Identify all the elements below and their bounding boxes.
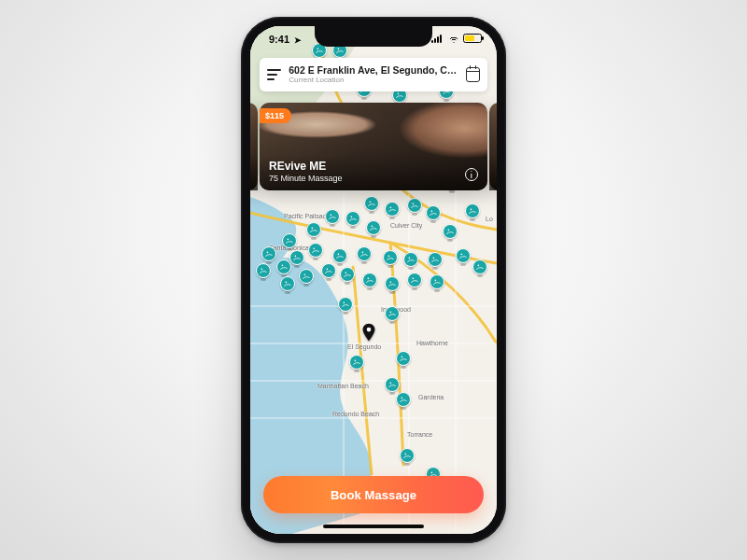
svg-point-34 [314, 248, 316, 250]
svg-point-50 [355, 360, 357, 362]
map-pin[interactable] [289, 250, 304, 265]
map-pin[interactable] [396, 351, 411, 366]
price-badge: $115 [260, 108, 291, 123]
map-pin[interactable] [407, 198, 422, 213]
svg-point-22 [390, 207, 392, 209]
map-pin[interactable] [280, 276, 295, 291]
map-pin[interactable] [385, 306, 400, 321]
calendar-icon[interactable] [466, 67, 480, 82]
map-pin[interactable] [400, 448, 415, 463]
svg-point-18 [448, 230, 450, 231]
map-pin[interactable] [261, 246, 276, 261]
location-bar[interactable]: 602 E Franklin Ave, El Segundo, CA,… Cur… [260, 58, 487, 91]
map-pin[interactable] [383, 250, 398, 265]
svg-point-47 [435, 280, 437, 282]
map-pin[interactable] [456, 248, 471, 263]
status-time-text: 9:41 [269, 34, 289, 45]
book-massage-button[interactable]: Book Massage [263, 476, 484, 513]
svg-point-36 [362, 252, 364, 254]
svg-point-53 [402, 398, 403, 399]
svg-point-49 [390, 312, 392, 314]
map-pin[interactable] [364, 196, 379, 211]
map-pin[interactable] [306, 222, 321, 237]
home-indicator[interactable] [323, 525, 424, 528]
svg-point-27 [331, 215, 332, 217]
svg-point-42 [286, 282, 288, 284]
svg-point-55 [431, 472, 433, 474]
svg-point-40 [327, 269, 329, 271]
svg-point-21 [370, 202, 372, 203]
svg-point-51 [402, 357, 403, 358]
map-pin[interactable] [385, 202, 400, 217]
map-pin[interactable] [308, 243, 323, 258]
svg-point-12 [398, 93, 400, 95]
svg-point-39 [433, 258, 435, 259]
svg-point-29 [288, 239, 289, 241]
svg-point-48 [344, 302, 345, 304]
cell-signal-icon [431, 34, 444, 43]
stage: Van NuysPacific PalisadesCulver CitySant… [0, 0, 747, 560]
map-pin[interactable] [407, 273, 422, 287]
svg-point-30 [267, 252, 269, 254]
svg-point-33 [295, 256, 297, 258]
phone-frame: Van NuysPacific PalisadesCulver CitySant… [241, 17, 506, 543]
promo-title: REvive ME [269, 160, 459, 173]
info-icon[interactable] [465, 168, 478, 181]
svg-point-54 [405, 454, 407, 455]
map-pin[interactable] [338, 297, 353, 312]
status-time: 9:41 ➤ [269, 34, 302, 45]
map-pin[interactable] [282, 233, 297, 248]
address-sub: Current Location [289, 77, 458, 84]
map-pin[interactable] [340, 267, 355, 282]
promo-card[interactable]: $115 REvive ME 75 Minute Massage [260, 103, 487, 190]
svg-point-46 [413, 278, 415, 280]
svg-point-43 [345, 273, 347, 274]
map-pin[interactable] [345, 211, 360, 226]
phone-screen: Van NuysPacific PalisadesCulver CitySant… [250, 26, 497, 534]
map-pin[interactable] [276, 259, 291, 274]
map-pin[interactable] [396, 392, 411, 407]
svg-point-23 [413, 203, 415, 205]
map-pin[interactable] [349, 355, 364, 370]
svg-point-41 [304, 274, 306, 276]
address-line: 602 E Franklin Ave, El Segundo, CA,… [289, 65, 458, 76]
svg-point-31 [282, 265, 284, 267]
map-pin[interactable] [299, 269, 314, 284]
map-pin[interactable] [385, 377, 400, 392]
user-location-pin[interactable] [362, 323, 375, 342]
map-pin[interactable] [321, 263, 336, 278]
map-pin[interactable] [443, 224, 458, 239]
map-pin[interactable] [325, 209, 340, 224]
location-text[interactable]: 602 E Franklin Ave, El Segundo, CA,… Cur… [281, 65, 465, 84]
promo-card-next-peek[interactable] [489, 103, 497, 190]
svg-point-38 [409, 258, 411, 259]
map-pin[interactable] [428, 252, 443, 267]
map-pin[interactable] [366, 220, 381, 235]
svg-point-28 [312, 228, 314, 230]
menu-icon[interactable] [267, 69, 281, 80]
map-pin[interactable] [362, 273, 377, 287]
notch [315, 26, 432, 47]
svg-point-45 [390, 282, 392, 284]
svg-point-26 [372, 226, 374, 228]
promo-subtitle: 75 Minute Massage [269, 174, 459, 183]
location-arrow-icon: ➤ [294, 35, 302, 45]
svg-point-17 [471, 209, 472, 211]
map-pin[interactable] [385, 276, 400, 291]
svg-point-20 [478, 265, 480, 267]
battery-icon [463, 34, 482, 43]
svg-point-32 [261, 269, 263, 271]
promo-card-prev-peek[interactable] [250, 103, 258, 190]
svg-point-52 [390, 383, 392, 385]
map-pin[interactable] [357, 246, 372, 261]
map-pin[interactable] [430, 274, 444, 289]
wifi-icon [448, 34, 459, 43]
map-pin[interactable] [403, 252, 418, 267]
map-pin[interactable] [465, 203, 480, 218]
map-pin[interactable] [332, 248, 347, 263]
svg-point-19 [461, 254, 463, 256]
map-pin[interactable] [472, 259, 487, 274]
svg-point-35 [338, 254, 340, 256]
map-pin[interactable] [256, 263, 271, 278]
map-pin[interactable] [426, 205, 441, 220]
